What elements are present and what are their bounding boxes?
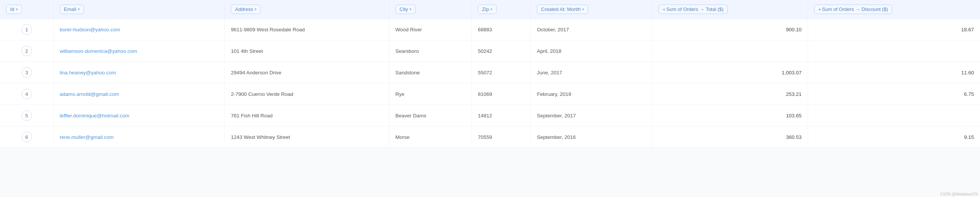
sum-total-pill[interactable]: ◂ Sum of Orders → Total ($): [659, 5, 728, 14]
col-sum-discount-label: Sum of Orders → Discount ($): [822, 6, 888, 12]
col-city-label: City: [400, 6, 408, 12]
email-pill[interactable]: Email ▾: [60, 5, 84, 14]
table-row: 5leffler.dominique@hotmail.com761 Fish H…: [0, 105, 980, 126]
cell-address: 1243 West Whitney Street: [225, 126, 389, 148]
col-header-id[interactable]: Id ▾: [0, 0, 54, 19]
cell-zip: 70559: [472, 126, 531, 148]
address-pill[interactable]: Address ▾: [231, 5, 261, 14]
cell-email[interactable]: lina.heaney@yahoo.com: [54, 62, 225, 83]
col-header-zip[interactable]: Zip ▾: [472, 0, 531, 19]
id-badge: 5: [22, 110, 32, 121]
cell-address: 9611-9809 West Rosedale Road: [225, 19, 389, 40]
zip-pill[interactable]: Zip ▾: [478, 5, 496, 14]
created-at-sort-icon: ▾: [582, 7, 584, 11]
table-row: 1borer-hudson@yahoo.com9611-9809 West Ro…: [0, 19, 980, 40]
cell-sum-orders-total: 103.65: [652, 105, 808, 126]
cell-created-at: April, 2018: [531, 40, 652, 62]
table-row: 3lina.heaney@yahoo.com29494 Anderson Dri…: [0, 62, 980, 83]
col-email-label: Email: [64, 6, 76, 12]
col-zip-label: Zip: [482, 6, 489, 12]
col-header-created-at[interactable]: Created At: Month ▾: [531, 0, 652, 19]
cell-city: Rye: [389, 83, 472, 105]
col-sum-total-label: Sum of Orders → Total ($): [667, 6, 724, 12]
table-row: 4adams.arnold@gmail.com2-7900 Cuerno Ver…: [0, 83, 980, 105]
cell-city: Wood River: [389, 19, 472, 40]
col-id-label: Id: [10, 6, 14, 12]
cell-created-at: September, 2016: [531, 126, 652, 148]
table-header-row: Id ▾ Email ▾: [0, 0, 980, 19]
cell-sum-orders-discount: [808, 40, 980, 62]
id-badge: 1: [22, 24, 32, 35]
cell-city: Beaver Dams: [389, 105, 472, 126]
cell-email[interactable]: williamson-domenica@yahoo.com: [54, 40, 225, 62]
cell-address: 29494 Anderson Drive: [225, 62, 389, 83]
cell-id: 4: [0, 83, 54, 105]
table-row: 2williamson-domenica@yahoo.com101 4th St…: [0, 40, 980, 62]
id-badge: 4: [22, 89, 32, 99]
cell-zip: 55072: [472, 62, 531, 83]
sum-discount-sort-left-icon: ◂: [818, 7, 821, 12]
cell-id: 1: [0, 19, 54, 40]
col-header-sum-orders-total[interactable]: ◂ Sum of Orders → Total ($): [652, 0, 808, 19]
data-table: Id ▾ Email ▾: [0, 0, 980, 148]
cell-id: 2: [0, 40, 54, 62]
zip-sort-icon: ▾: [490, 7, 492, 11]
sum-discount-pill[interactable]: ◂ Sum of Orders → Discount ($): [814, 5, 892, 14]
cell-email[interactable]: adams.arnold@gmail.com: [54, 83, 225, 105]
id-pill[interactable]: Id ▾: [6, 5, 22, 14]
created-at-pill[interactable]: Created At: Month ▾: [537, 5, 588, 14]
cell-sum-orders-discount: 11.60: [808, 62, 980, 83]
cell-sum-orders-total: 253.21: [652, 83, 808, 105]
cell-city: Morse: [389, 126, 472, 148]
cell-sum-orders-total: 1,003.07: [652, 62, 808, 83]
cell-sum-orders-discount: 18.67: [808, 19, 980, 40]
cell-city: Sandstone: [389, 62, 472, 83]
col-created-at-label: Created At: Month: [541, 6, 581, 12]
address-sort-icon: ▾: [255, 7, 256, 11]
cell-id: 5: [0, 105, 54, 126]
cell-sum-orders-total: [652, 40, 808, 62]
cell-address: 101 4th Street: [225, 40, 389, 62]
city-sort-icon: ▾: [409, 7, 411, 11]
city-pill[interactable]: City ▾: [396, 5, 415, 14]
cell-email[interactable]: borer-hudson@yahoo.com: [54, 19, 225, 40]
col-header-address[interactable]: Address ▾: [225, 0, 389, 19]
cell-city: Searsboro: [389, 40, 472, 62]
cell-email[interactable]: leffler.dominique@hotmail.com: [54, 105, 225, 126]
email-sort-icon: ▾: [78, 7, 80, 11]
cell-sum-orders-discount: 9.15: [808, 126, 980, 148]
cell-address: 761 Fish Hill Road: [225, 105, 389, 126]
id-sort-icon: ▾: [16, 7, 18, 11]
cell-zip: 14812: [472, 105, 531, 126]
cell-sum-orders-total: 900.10: [652, 19, 808, 40]
cell-id: 6: [0, 126, 54, 148]
col-header-email[interactable]: Email ▾: [54, 0, 225, 19]
cell-zip: 81069: [472, 83, 531, 105]
id-badge: 2: [22, 46, 32, 56]
table-row: 6rene.muller@gmail.com1243 West Whitney …: [0, 126, 980, 148]
col-header-sum-orders-discount[interactable]: ◂ Sum of Orders → Discount ($): [808, 0, 980, 19]
cell-id: 3: [0, 62, 54, 83]
cell-zip: 68883: [472, 19, 531, 40]
cell-sum-orders-discount: [808, 105, 980, 126]
cell-sum-orders-total: 360.53: [652, 126, 808, 148]
id-badge: 6: [22, 132, 32, 142]
col-address-label: Address: [235, 6, 253, 12]
cell-created-at: June, 2017: [531, 62, 652, 83]
cell-created-at: September, 2017: [531, 105, 652, 126]
cell-sum-orders-discount: 6.75: [808, 83, 980, 105]
col-header-city[interactable]: City ▾: [389, 0, 472, 19]
cell-address: 2-7900 Cuerno Verde Road: [225, 83, 389, 105]
id-badge: 3: [22, 67, 32, 78]
cell-zip: 50242: [472, 40, 531, 62]
cell-created-at: October, 2017: [531, 19, 652, 40]
cell-created-at: February, 2019: [531, 83, 652, 105]
sum-total-sort-left-icon: ◂: [663, 7, 665, 12]
cell-email[interactable]: rene.muller@gmail.com: [54, 126, 225, 148]
